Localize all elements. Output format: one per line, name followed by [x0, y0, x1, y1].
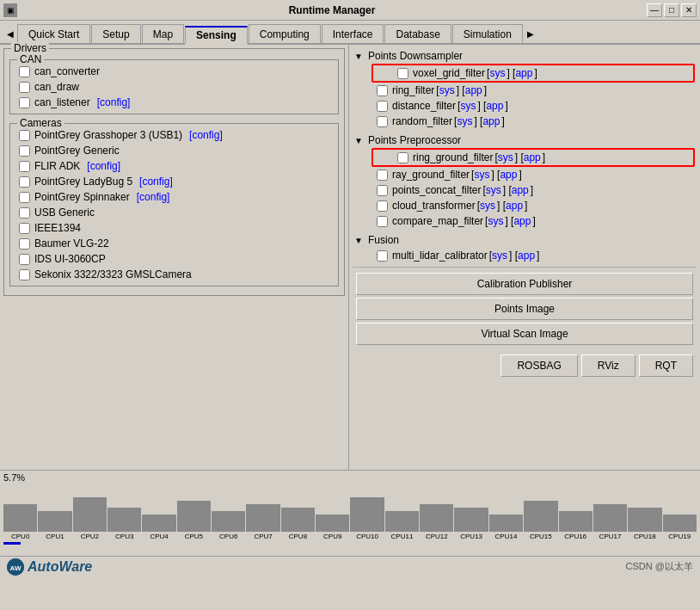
cloud-transformer-sys-link[interactable]: sys [480, 200, 495, 212]
sekonix-checkbox[interactable] [19, 269, 30, 280]
cpu-bar-cpu11: CPU11 [385, 511, 419, 540]
tab-quick-start[interactable]: Quick Start [17, 24, 90, 43]
points-downsampler-header[interactable]: ▼ Points Downsampler [353, 48, 697, 64]
voxel-grid-filter-checkbox[interactable] [397, 68, 408, 79]
tab-computing[interactable]: Computing [249, 24, 321, 43]
sekonix-label: Sekonix 3322/3323 GMSLCamera [34, 268, 192, 280]
cpu-label: CPU18 [634, 533, 656, 540]
can-listener-label: can_listener [34, 96, 90, 108]
random-app-link[interactable]: app [482, 115, 500, 127]
flir-adk-checkbox[interactable] [19, 161, 30, 172]
random-filter-label: random_filter [392, 115, 452, 127]
ring-sys-link[interactable]: sys [439, 84, 455, 96]
cloud-transformer-checkbox[interactable] [377, 200, 388, 212]
pointgrey-grasshoper-checkbox[interactable] [19, 130, 30, 141]
tab-simulation[interactable]: Simulation [452, 24, 523, 43]
ring-ground-filter-checkbox[interactable] [397, 152, 408, 163]
voxel-sys-link[interactable]: sys [489, 67, 505, 79]
ring-filter-checkbox[interactable] [377, 85, 388, 96]
cpu-bar-fill [281, 508, 315, 532]
points-concat-filter-checkbox[interactable] [377, 185, 388, 196]
multi-lidar-app-link[interactable]: app [518, 250, 535, 262]
window-controls: — □ ✕ [647, 3, 697, 17]
tab-sensing[interactable]: Sensing [185, 26, 248, 45]
cpu-indicator [3, 542, 21, 545]
can-draw-checkbox[interactable] [19, 82, 30, 93]
pointgrey-grasshoper-config[interactable]: [config] [189, 129, 223, 141]
cpu-bar-cpu0: CPU0 [3, 504, 37, 540]
pointgrey-ladybug-item: PointGrey LadyBug 5 [config] [15, 174, 333, 189]
multi-lidar-calibrator-checkbox[interactable] [377, 250, 388, 262]
nav-right-arrow[interactable]: ▶ [524, 24, 537, 43]
points-image-button[interactable]: Points Image [356, 298, 693, 320]
cpu-bar-fill [454, 508, 488, 532]
voxel-app-link[interactable]: app [515, 67, 532, 79]
cpu-label: CPU2 [81, 533, 99, 540]
tab-setup[interactable]: Setup [91, 24, 140, 43]
ray-ground-app-link[interactable]: app [500, 169, 517, 181]
points-downsampler-section: ▼ Points Downsampler voxel_grid_filter [… [353, 48, 697, 129]
rviz-button[interactable]: RViz [581, 354, 636, 377]
baumer-checkbox[interactable] [19, 238, 30, 250]
flir-adk-config[interactable]: [config] [87, 160, 120, 172]
cpu-label: CPU12 [426, 533, 448, 540]
close-button[interactable]: ✕ [681, 3, 697, 17]
points-concat-sys-link[interactable]: sys [486, 184, 501, 196]
cpu-bar-cpu19: CPU19 [663, 514, 697, 540]
pointgrey-spinnaker-checkbox[interactable] [19, 192, 30, 203]
sekonix-item: Sekonix 3322/3323 GMSLCamera [15, 267, 333, 282]
distance-sys-link[interactable]: sys [460, 100, 476, 112]
cpu-bar-fill [489, 514, 523, 532]
minimize-button[interactable]: — [647, 3, 662, 17]
virtual-scan-image-button[interactable]: Virtual Scan Image [356, 323, 693, 345]
distance-filter-checkbox[interactable] [377, 101, 388, 112]
can-listener-item: can_listener [config] [15, 95, 333, 110]
cloud-transformer-app-link[interactable]: app [506, 200, 523, 212]
usb-generic-checkbox[interactable] [19, 207, 30, 219]
cpu-bar-fill [524, 501, 557, 532]
ray-ground-filter-checkbox[interactable] [377, 169, 388, 181]
pointgrey-ladybug-checkbox[interactable] [19, 176, 30, 188]
ring-ground-app-link[interactable]: app [524, 151, 541, 163]
pointgrey-ladybug-config[interactable]: [config] [139, 176, 173, 188]
maximize-button[interactable]: □ [664, 3, 679, 17]
ieee1394-checkbox[interactable] [19, 223, 30, 234]
cpu-label: CPU13 [460, 533, 482, 540]
points-concat-filter-label: points_concat_filter [392, 184, 481, 196]
multi-lidar-sys-link[interactable]: sys [492, 250, 507, 262]
random-filter-checkbox[interactable] [377, 116, 388, 127]
ring-app-link[interactable]: app [465, 84, 482, 96]
points-preprocessor-header[interactable]: ▼ Points Preprocessor [353, 132, 697, 148]
main-content: Drivers CAN can_converter can_draw can_l… [0, 45, 700, 470]
ids-checkbox[interactable] [19, 254, 30, 265]
nav-left-arrow[interactable]: ◀ [3, 24, 17, 43]
tab-interface[interactable]: Interface [322, 24, 384, 43]
compare-map-sys-link[interactable]: sys [488, 215, 503, 227]
compare-map-app-link[interactable]: app [513, 215, 531, 227]
ring-ground-sys-link[interactable]: sys [498, 151, 513, 163]
status-bar: AW AutoWare CSDN @以太羊 [0, 556, 700, 576]
random-sys-link[interactable]: sys [457, 115, 472, 127]
ids-item: IDS UI-3060CP [15, 251, 333, 267]
points-concat-app-link[interactable]: app [512, 184, 529, 196]
distance-app-link[interactable]: app [486, 100, 503, 112]
compare-map-filter-checkbox[interactable] [377, 216, 388, 227]
tab-map[interactable]: Map [142, 24, 184, 43]
rqt-button[interactable]: RQT [639, 354, 693, 377]
pointgrey-spinnaker-config[interactable]: [config] [137, 191, 170, 203]
can-listener-config[interactable]: [config] [97, 96, 131, 108]
can-listener-checkbox[interactable] [19, 97, 30, 108]
can-label: CAN [17, 53, 44, 65]
fusion-header[interactable]: ▼ Fusion [353, 232, 697, 248]
ray-ground-sys-link[interactable]: sys [474, 169, 489, 181]
rosbag-button[interactable]: ROSBAG [500, 354, 577, 377]
calibration-publisher-button[interactable]: Calibration Publisher [356, 273, 693, 295]
cpu-label: CPU15 [530, 533, 552, 540]
pointgrey-generic-checkbox[interactable] [19, 145, 30, 157]
tab-database[interactable]: Database [384, 24, 451, 43]
downsampler-arrow-icon: ▼ [353, 50, 365, 62]
cpu-label: CPU19 [668, 533, 691, 540]
multi-lidar-calibrator-label: multi_lidar_calibrator [392, 250, 488, 262]
can-converter-checkbox[interactable] [19, 66, 30, 77]
cpu-bar-fill [316, 514, 349, 532]
